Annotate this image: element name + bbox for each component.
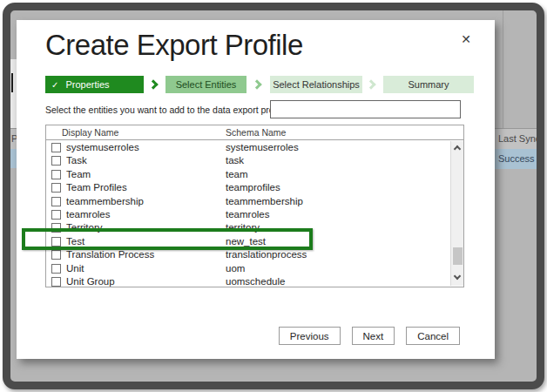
instruction-text: Select the entities you want to add to t… bbox=[45, 105, 286, 115]
display-name-cell: Team Profiles bbox=[66, 182, 127, 193]
scrollbar[interactable] bbox=[450, 141, 463, 286]
wizard-separator bbox=[144, 76, 165, 93]
table-row[interactable]: Unit uom bbox=[46, 262, 449, 275]
previous-button[interactable]: Previous bbox=[279, 327, 341, 345]
display-name-cell: Task bbox=[66, 155, 87, 166]
chevron-right-icon bbox=[252, 79, 261, 89]
schema-name-cell: task bbox=[226, 155, 244, 166]
schema-name-cell: teamroles bbox=[226, 209, 270, 220]
screenshot-frame: P Last Sync Success ✕ Create Export Prof… bbox=[3, 3, 544, 389]
chevron-down-icon bbox=[454, 273, 461, 280]
table-row[interactable]: teammembership teammembership bbox=[46, 195, 449, 208]
schema-name-cell: teammembership bbox=[226, 196, 303, 206]
wizard-separator bbox=[362, 76, 383, 93]
display-name-cell: Unit Group bbox=[66, 276, 115, 287]
display-name-cell: systemuserroles bbox=[66, 142, 139, 152]
background-grid-cell-success: Success bbox=[495, 149, 537, 169]
wizard-step-label: Properties bbox=[65, 79, 109, 90]
wizard-step-summary[interactable]: Summary bbox=[383, 76, 474, 93]
close-icon[interactable]: ✕ bbox=[458, 31, 474, 47]
scroll-up-button[interactable] bbox=[451, 142, 464, 155]
schema-name-cell: systemuserroles bbox=[226, 142, 299, 152]
wizard-step-label: Select Entities bbox=[176, 79, 237, 90]
scrollbar-thumb[interactable] bbox=[453, 247, 463, 265]
wizard-step-select-relationships[interactable]: Select Relationships bbox=[270, 76, 362, 93]
entity-checkbox[interactable] bbox=[51, 170, 61, 179]
entity-checkbox[interactable] bbox=[51, 250, 61, 260]
entity-table-body: systemuserroles systemuserroles Task tas… bbox=[46, 141, 449, 287]
scroll-down-button[interactable] bbox=[451, 272, 464, 285]
display-name-cell: Translation Process bbox=[66, 249, 154, 260]
table-row[interactable]: systemuserroles systemuserroles bbox=[46, 141, 449, 154]
wizard-step-label: Summary bbox=[408, 79, 449, 90]
schema-name-cell: translationprocess bbox=[226, 249, 307, 260]
highlight-annotation-box bbox=[22, 228, 313, 250]
next-button[interactable]: Next bbox=[352, 327, 395, 345]
entity-table: Display Name Schema Name systemuserroles… bbox=[45, 125, 464, 287]
chevron-right-icon bbox=[148, 79, 158, 89]
check-icon: ✓ bbox=[51, 80, 58, 90]
display-name-cell: Team bbox=[66, 169, 91, 179]
wizard-step-bar: ✓ Properties Select Entities Select Rela… bbox=[45, 76, 474, 93]
entity-search-input[interactable] bbox=[270, 100, 461, 118]
screenshot: P Last Sync Success ✕ Create Export Prof… bbox=[0, 0, 547, 392]
entity-checkbox[interactable] bbox=[51, 264, 61, 274]
display-name-cell: teammembership bbox=[66, 196, 144, 206]
entity-checkbox[interactable] bbox=[51, 183, 61, 193]
table-row[interactable]: Task task bbox=[46, 154, 449, 167]
dialog-title: Create Export Profile bbox=[45, 29, 303, 62]
entity-checkbox[interactable] bbox=[51, 197, 61, 206]
column-header-display-name: Display Name bbox=[62, 127, 118, 138]
dialog-footer-buttons: Previous Next Cancel bbox=[279, 327, 460, 345]
wizard-step-label: Select Relationships bbox=[273, 79, 360, 90]
table-row[interactable]: Unit Group uomschedule bbox=[46, 275, 449, 287]
cancel-button[interactable]: Cancel bbox=[406, 327, 460, 345]
table-row[interactable]: Translation Process translationprocess bbox=[46, 248, 449, 261]
entity-checkbox[interactable] bbox=[51, 277, 61, 287]
entity-table-header: Display Name Schema Name bbox=[46, 125, 463, 140]
schema-name-cell: uomschedule bbox=[226, 276, 285, 287]
schema-name-cell: teamprofiles bbox=[226, 182, 280, 193]
wizard-step-properties[interactable]: ✓ Properties bbox=[45, 76, 144, 93]
background-column-divider bbox=[503, 10, 503, 128]
create-export-profile-dialog: ✕ Create Export Profile ✓ Properties Sel… bbox=[17, 20, 495, 359]
chevron-up-icon bbox=[454, 145, 461, 152]
schema-name-cell: uom bbox=[226, 263, 245, 274]
schema-name-cell: team bbox=[226, 169, 248, 179]
table-row[interactable]: Team team bbox=[46, 168, 449, 181]
display-name-cell: teamroles bbox=[66, 209, 111, 220]
column-header-schema-name: Schema Name bbox=[226, 127, 286, 138]
table-row[interactable]: teamroles teamroles bbox=[46, 208, 449, 221]
entity-checkbox[interactable] bbox=[51, 210, 61, 220]
wizard-step-select-entities[interactable]: Select Entities bbox=[165, 76, 246, 93]
wizard-separator bbox=[246, 76, 270, 93]
background-grid-header-last-sync: Last Sync bbox=[495, 128, 537, 149]
text-cursor-mark bbox=[11, 73, 13, 92]
chevron-right-icon bbox=[366, 79, 375, 89]
table-row[interactable]: Team Profiles teamprofiles bbox=[46, 181, 449, 194]
display-name-cell: Unit bbox=[66, 263, 84, 274]
entity-checkbox[interactable] bbox=[51, 143, 61, 152]
entity-checkbox[interactable] bbox=[51, 156, 61, 166]
